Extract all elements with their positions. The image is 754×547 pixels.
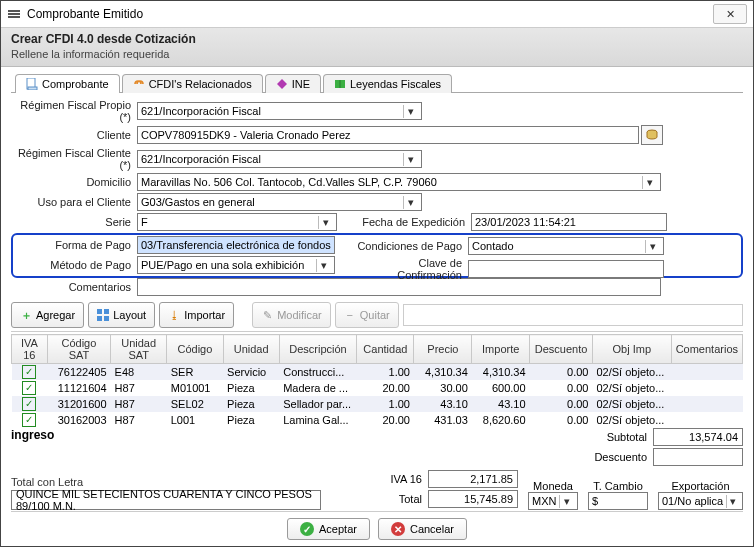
- svg-rect-11: [97, 316, 102, 321]
- window-title: Comprobante Emitido: [27, 7, 143, 21]
- agregar-button[interactable]: ＋Agregar: [11, 302, 84, 328]
- lbl-cond-pago: Condiciones de Pago: [352, 240, 468, 252]
- import-icon: ⭳: [168, 309, 180, 321]
- lbl-subtotal: Subtotal: [577, 431, 653, 443]
- book-icon: [334, 78, 346, 90]
- plus-icon: ＋: [20, 309, 32, 321]
- col-codigo-sat[interactable]: Código SAT: [47, 335, 110, 364]
- row-check-icon: ✓: [22, 397, 36, 411]
- aceptar-button[interactable]: ✓Aceptar: [287, 518, 370, 540]
- regimen-cliente-combo[interactable]: 621/Incorporación Fiscal▾: [137, 150, 422, 168]
- lbl-moneda: Moneda: [528, 480, 578, 492]
- col-comentarios[interactable]: Comentarios: [671, 335, 742, 364]
- footer-buttons: ✓Aceptar ✕Cancelar: [11, 511, 743, 546]
- tab-ine[interactable]: INE: [265, 74, 321, 93]
- lbl-domicilio: Domicilio: [11, 176, 137, 188]
- cliente-input[interactable]: COPV780915DK9 - Valeria Cronado Perez: [137, 126, 639, 144]
- export-combo[interactable]: 01/No aplica▾: [658, 492, 743, 510]
- doc-icon: [26, 78, 38, 90]
- tab-cfdis-label: CFDI's Relacionados: [149, 78, 252, 90]
- row-check-icon: ✓: [22, 413, 36, 427]
- x-icon: ✕: [391, 522, 405, 536]
- form: Régimen Fiscal Propio (*) 621/Incorporac…: [11, 99, 743, 298]
- svg-marker-5: [277, 79, 287, 89]
- row-check-icon: ✓: [22, 365, 36, 379]
- lbl-regimen-cliente: Régimen Fiscal Cliente (*): [11, 147, 137, 171]
- lookup-cliente-button[interactable]: [641, 125, 663, 145]
- quitar-button[interactable]: −Quitar: [335, 302, 399, 328]
- col-descripcion[interactable]: Descripción: [279, 335, 357, 364]
- col-unidad[interactable]: Unidad: [223, 335, 279, 364]
- svg-rect-12: [104, 316, 109, 321]
- lbl-uso-cliente: Uso para el Cliente: [11, 196, 137, 208]
- col-iva[interactable]: IVA 16: [12, 335, 48, 364]
- pencil-icon: ✎: [261, 309, 273, 321]
- moneda-combo[interactable]: MXN▾: [528, 492, 578, 510]
- lbl-metodo-pago: Método de Pago: [15, 259, 137, 271]
- lbl-total-letra: Total con Letra: [11, 476, 342, 488]
- forma-pago-combo[interactable]: 03/Transferencia electrónica de fondos▾: [137, 236, 335, 254]
- col-objimp[interactable]: Obj Imp: [592, 335, 671, 364]
- cond-pago-combo[interactable]: Contado▾: [468, 237, 664, 255]
- row-check-icon: ✓: [22, 381, 36, 395]
- minus-icon: −: [344, 309, 356, 321]
- tcambio-input[interactable]: $: [588, 492, 648, 510]
- total-letra-value: QUINCE MIL SETECIENTOS CUARENTA Y CINCO …: [11, 490, 321, 510]
- svg-rect-2: [8, 16, 20, 18]
- importar-button[interactable]: ⭳Importar: [159, 302, 234, 328]
- tab-cfdis[interactable]: CFDI's Relacionados: [122, 74, 263, 93]
- diamond-icon: [276, 78, 288, 90]
- col-codigo[interactable]: Código: [167, 335, 223, 364]
- tab-leyendas[interactable]: Leyendas Fiscales: [323, 74, 452, 93]
- svg-rect-9: [97, 309, 102, 314]
- ingreso-label: ingreso: [11, 428, 54, 442]
- lbl-descuento-total: Descuento: [577, 451, 653, 463]
- col-cantidad[interactable]: Cantidad: [357, 335, 414, 364]
- grid-toolbar: ＋Agregar Layout ⭳Importar ✎Modificar −Qu…: [11, 302, 743, 332]
- layout-button[interactable]: Layout: [88, 302, 155, 328]
- metodo-pago-combo[interactable]: PUE/Pago en una sola exhibición▾: [137, 256, 335, 274]
- fecha-exp-input[interactable]: 23/01/2023 11:54:21: [471, 213, 667, 231]
- total-value: 15,745.89: [428, 490, 518, 508]
- close-button[interactable]: ✕: [713, 4, 747, 24]
- link-icon: [133, 78, 145, 90]
- search-db-icon: [646, 129, 658, 141]
- lbl-total: Total: [352, 493, 428, 505]
- regimen-propio-combo[interactable]: 621/Incorporación Fiscal▾: [137, 102, 422, 120]
- col-unidad-sat[interactable]: Unidad SAT: [111, 335, 167, 364]
- subheader-title: Crear CFDI 4.0 desde Cotización: [11, 32, 743, 46]
- svg-rect-1: [8, 13, 20, 15]
- lbl-cliente: Cliente: [11, 129, 137, 141]
- uso-cliente-combo[interactable]: G03/Gastos en general▾: [137, 193, 422, 211]
- lbl-comentarios: Comentarios: [11, 281, 137, 293]
- body: Comprobante CFDI's Relacionados INE Leye…: [1, 67, 753, 507]
- subheader-subtitle: Rellene la información requerida: [11, 48, 743, 60]
- lbl-export: Exportación: [658, 480, 743, 492]
- col-precio[interactable]: Precio: [414, 335, 472, 364]
- lbl-iva16: IVA 16: [352, 473, 428, 485]
- lbl-regimen-propio: Régimen Fiscal Propio (*): [11, 99, 137, 123]
- cancelar-button[interactable]: ✕Cancelar: [378, 518, 467, 540]
- descuento-total-value: [653, 448, 743, 466]
- modificar-button[interactable]: ✎Modificar: [252, 302, 331, 328]
- grid-header-row: IVA 16 Código SAT Unidad SAT Código Unid…: [12, 335, 743, 364]
- serie-combo[interactable]: F▾: [137, 213, 337, 231]
- col-descuento[interactable]: Descuento: [530, 335, 593, 364]
- clave-conf-input[interactable]: [468, 260, 664, 278]
- totals-area: ingreso Subtotal13,574.04 Descuento Tota…: [11, 428, 743, 510]
- subheader: Crear CFDI 4.0 desde Cotización Rellene …: [1, 28, 753, 67]
- table-row[interactable]: ✓76122405E48SERServicioConstrucci...1.00…: [12, 364, 743, 381]
- domicilio-combo[interactable]: Maravillas No. 506 Col. Tantocob, Cd.Val…: [137, 173, 661, 191]
- tabs: Comprobante CFDI's Relacionados INE Leye…: [11, 73, 743, 93]
- app-icon: [7, 7, 21, 21]
- toolbar-filter-input[interactable]: [403, 304, 743, 326]
- lbl-forma-pago: Forma de Pago: [15, 239, 137, 251]
- subtotal-value: 13,574.04: [653, 428, 743, 446]
- table-row[interactable]: ✓31201600H87SEL02PiezaSellador par...1.0…: [12, 396, 743, 412]
- col-importe[interactable]: Importe: [472, 335, 530, 364]
- check-icon: ✓: [300, 522, 314, 536]
- table-row[interactable]: ✓11121604H87M01001PiezaMadera de ...20.0…: [12, 380, 743, 396]
- lbl-serie: Serie: [11, 216, 137, 228]
- tab-comprobante[interactable]: Comprobante: [15, 74, 120, 93]
- table-row[interactable]: ✓30162003H87L001PiezaLamina Gal...20.004…: [12, 412, 743, 428]
